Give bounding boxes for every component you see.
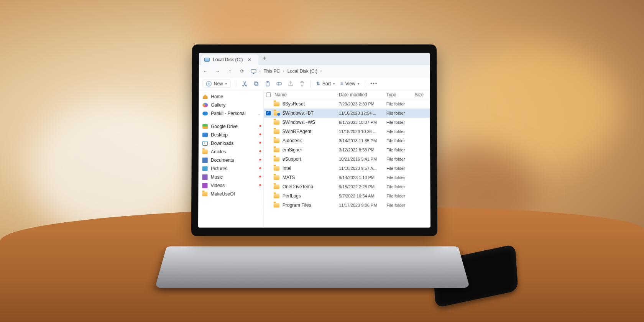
file-type: File folder <box>386 138 415 143</box>
file-type: File folder <box>386 129 415 134</box>
file-row[interactable]: $Windows.~WS6/17/2023 10:07 PMFile folde… <box>264 118 430 127</box>
folder-icon <box>274 148 279 152</box>
file-type: File folder <box>386 203 415 207</box>
more-button[interactable]: ••• <box>371 81 378 86</box>
sidebar-item-pictures[interactable]: Pictures 📍 <box>199 164 263 173</box>
folder-icon <box>274 175 279 180</box>
folder-icon <box>274 129 279 134</box>
file-date: 3/12/2022 8:58 PM <box>339 148 386 152</box>
cut-icon[interactable] <box>242 80 248 87</box>
music-icon <box>202 174 208 180</box>
svg-rect-6 <box>277 82 281 85</box>
new-button[interactable]: New ▾ <box>203 79 231 88</box>
file-name: eSupport <box>283 156 301 162</box>
breadcrumb-segment[interactable]: Local Disk (C:) <box>288 68 317 74</box>
file-name: $WinREAgent <box>283 129 311 134</box>
up-icon[interactable]: ↑ <box>227 67 233 74</box>
sort-button[interactable]: ⇅ Sort ▾ <box>316 81 335 86</box>
select-all-checkbox[interactable] <box>266 92 271 97</box>
breadcrumb[interactable]: › This PC › Local Disk (C:) › <box>251 68 322 74</box>
file-row[interactable]: $SysReset7/23/2023 2:30 PMFile folder <box>264 99 430 108</box>
file-date: 11/18/2023 9:57 A... <box>339 166 386 171</box>
sidebar-item-label: Documents <box>211 158 234 163</box>
file-row[interactable]: eSupport10/21/2016 5:41 PMFile folder <box>264 154 430 164</box>
sidebar-item-google-drive[interactable]: Google Drive 📍 <box>199 122 263 131</box>
sort-label: Sort <box>322 81 331 86</box>
file-type: File folder <box>386 111 415 115</box>
sidebar-item-label: Pictures <box>211 166 227 171</box>
view-button[interactable]: ≡ View ▾ <box>340 81 360 86</box>
sidebar-item-gallery[interactable]: Gallery <box>199 101 263 109</box>
sidebar-item-onedrive[interactable]: Pankil - Personal ⌵ <box>199 109 263 118</box>
file-type: File folder <box>386 166 415 171</box>
file-date: 7/23/2023 2:30 PM <box>339 102 386 106</box>
file-row[interactable]: $WinREAgent11/18/2023 10:36 ...File fold… <box>264 127 430 136</box>
file-name: Autodesk <box>283 138 302 143</box>
sidebar-item-articles[interactable]: Articles 📍 <box>199 148 263 156</box>
file-type: File folder <box>386 194 415 198</box>
folder-icon <box>274 157 279 161</box>
new-tab-button[interactable]: + <box>261 55 268 62</box>
row-checkbox[interactable] <box>266 111 271 115</box>
delete-icon[interactable] <box>299 80 305 87</box>
pin-icon: 📍 <box>258 142 261 145</box>
file-type: File folder <box>386 175 415 180</box>
file-row[interactable]: Program Files11/17/2023 9:06 PMFile fold… <box>264 200 430 210</box>
copy-icon[interactable] <box>253 80 259 87</box>
sidebar-item-home[interactable]: Home <box>199 92 263 101</box>
file-row[interactable]: Autodesk3/14/2018 11:35 PMFile folder <box>264 136 430 145</box>
file-row[interactable]: MATS9/14/2023 1:10 PMFile folder <box>264 173 430 182</box>
sidebar-item-videos[interactable]: Videos 📍 <box>198 181 263 190</box>
refresh-icon[interactable]: ⟳ <box>238 67 245 74</box>
file-row[interactable]: emSigner3/12/2022 8:58 PMFile folder <box>264 145 430 154</box>
file-row[interactable]: Intel11/18/2023 9:57 A...File folder <box>264 164 430 173</box>
pin-icon: 📍 <box>258 159 261 162</box>
chevron-down-icon: ▾ <box>225 82 227 85</box>
file-name: emSigner <box>283 147 302 153</box>
file-row[interactable]: OneDriveTemp9/15/2022 2:28 PMFile folder <box>264 182 430 191</box>
sidebar-item-music[interactable]: Music 📍 <box>199 173 263 181</box>
column-name[interactable]: Name <box>274 92 287 97</box>
gallery-icon <box>202 103 208 107</box>
file-explorer-window[interactable]: Local Disk (C:) ✕ + ← → ↑ ⟳ › This PC › … <box>198 53 430 228</box>
paste-icon[interactable] <box>264 80 271 87</box>
forward-icon[interactable]: → <box>214 67 221 74</box>
close-tab-icon[interactable]: ✕ <box>246 56 253 63</box>
file-name: MATS <box>283 175 295 180</box>
disk-icon <box>204 58 210 62</box>
rename-icon[interactable] <box>276 80 282 87</box>
laptop-base <box>155 246 470 288</box>
file-name: PerfLogs <box>283 193 301 199</box>
sidebar-item-downloads[interactable]: Downloads 📍 <box>199 139 263 148</box>
folder-icon <box>274 203 279 207</box>
sidebar-item-documents[interactable]: Documents 📍 <box>199 156 263 164</box>
back-icon[interactable]: ← <box>202 67 209 74</box>
breadcrumb-segment[interactable]: This PC <box>264 68 280 74</box>
sidebar-item-makeuseof[interactable]: MakeUseOf <box>198 190 263 198</box>
svg-rect-2 <box>254 82 257 85</box>
view-icon: ≡ <box>340 81 343 86</box>
folder-icon <box>274 120 279 125</box>
file-row[interactable]: $Windows.~BT11/18/2023 12:54 ...File fol… <box>264 108 430 118</box>
file-type: File folder <box>386 120 415 125</box>
file-row[interactable]: PerfLogs5/7/2022 10:54 AMFile folder <box>264 191 430 200</box>
chevron-down-icon: ⌵ <box>258 112 261 115</box>
share-icon[interactable] <box>288 80 294 87</box>
file-name: Program Files <box>283 202 311 208</box>
sidebar-item-label: Desktop <box>211 132 228 138</box>
column-date[interactable]: Date modified <box>339 92 386 97</box>
pin-icon: 📍 <box>258 150 261 153</box>
address-bar: ← → ↑ ⟳ › This PC › Local Disk (C:) › <box>199 65 430 77</box>
chevron-down-icon: ▾ <box>333 82 335 85</box>
sidebar-item-desktop[interactable]: Desktop 📍 <box>199 131 263 139</box>
drive-icon <box>202 124 208 129</box>
svg-point-0 <box>243 85 244 86</box>
file-type: File folder <box>386 157 415 161</box>
file-name: Intel <box>283 166 291 171</box>
column-type[interactable]: Type <box>386 92 415 97</box>
tab-local-disk[interactable]: Local Disk (C:) ✕ <box>201 54 259 65</box>
file-date: 11/18/2023 12:54 ... <box>339 111 386 115</box>
folder-icon <box>274 111 279 115</box>
file-date: 9/15/2022 2:28 PM <box>339 184 386 189</box>
column-size[interactable]: Size <box>415 92 430 97</box>
